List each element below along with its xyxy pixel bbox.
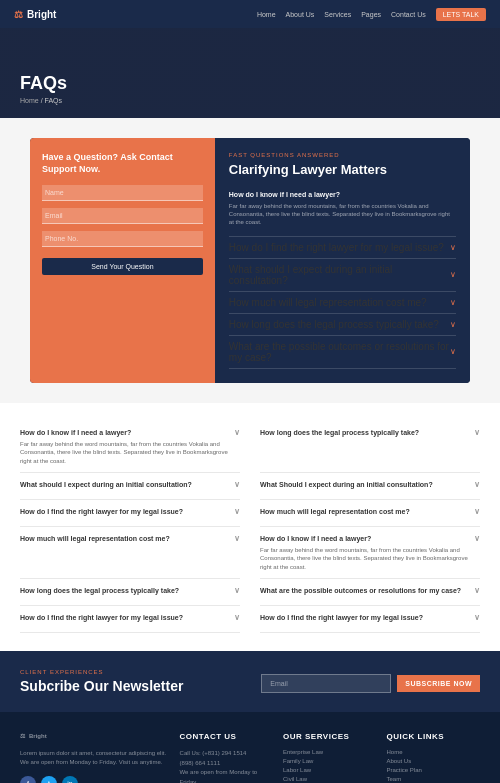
footer-brand-name: Bright <box>29 732 47 742</box>
faq-grid-item[interactable]: How long does the legal process typicall… <box>260 421 480 473</box>
footer-brand: ⚖ Bright <box>20 732 170 742</box>
footer-socials: f t in <box>20 776 170 783</box>
quick-link-2[interactable]: Practice Plan <box>387 767 480 773</box>
faq-main-item: How do I know if I need a lawyer? Far fa… <box>229 186 456 237</box>
chevron-icon: ∨ <box>234 534 240 543</box>
linkedin-icon[interactable]: in <box>62 776 78 783</box>
contact-form: Have a Question? Ask Contact Support Now… <box>30 138 215 383</box>
footer-description: Lorem ipsum dolor sit amet, consectetur … <box>20 749 170 768</box>
footer-quicklinks-col: Quick Links Home About Us Practice Plan … <box>387 732 480 783</box>
facebook-icon[interactable]: f <box>20 776 36 783</box>
faq-grid-item[interactable]: How do I find the right lawyer for my le… <box>260 606 480 633</box>
phone-input[interactable] <box>42 231 203 247</box>
chevron-icon: ∨ <box>234 586 240 595</box>
nav-pages[interactable]: Pages <box>361 11 381 18</box>
chevron-down-icon-3: ∨ <box>450 298 456 307</box>
chevron-down-icon-2: ∨ <box>450 270 456 279</box>
chevron-icon: ∨ <box>474 480 480 489</box>
breadcrumb-home[interactable]: Home <box>20 97 39 104</box>
brand-name: Bright <box>27 9 56 20</box>
nav-contact[interactable]: Contact Us <box>391 11 426 18</box>
faq-main-answer: Far far away behind the word mountains, … <box>229 202 456 227</box>
breadcrumb: Home / FAQs <box>20 97 67 104</box>
faq-grid-item[interactable]: How much will legal representation cost … <box>20 527 240 579</box>
newsletter-form: SUBSCRIBE NOW <box>261 674 480 693</box>
chevron-icon: ∨ <box>474 507 480 516</box>
faq-grid-item[interactable]: What are the possible outcomes or resolu… <box>260 579 480 606</box>
faq-grid-item[interactable]: What should I expect during an initial c… <box>20 473 240 500</box>
footer-services-col: Our Services Enterprise Law Family Law L… <box>283 732 376 783</box>
faq-grid-item[interactable]: How much will legal representation cost … <box>260 500 480 527</box>
chevron-down-icon-5: ∨ <box>450 347 456 356</box>
newsletter-section: CLIENT EXPERIENCES Subcribe Our Newslett… <box>0 651 500 712</box>
faq-accordion-q-5: What are the possible outcomes or resolu… <box>229 341 450 363</box>
footer-brand-icon: ⚖ <box>20 732 25 742</box>
faq-grid-question: How do I find the right lawyer for my le… <box>260 613 480 622</box>
newsletter-email-input[interactable] <box>261 674 391 693</box>
faq-accordion-2[interactable]: What should I expect during an initial c… <box>229 259 456 292</box>
send-question-button[interactable]: Send Your Question <box>42 258 203 275</box>
faq-accordion-1[interactable]: How do I find the right lawyer for my le… <box>229 237 456 259</box>
faq-accordion-4[interactable]: How long does the legal process typicall… <box>229 314 456 336</box>
chevron-icon: ∨ <box>234 613 240 622</box>
faq-accordion-q-1: How do I find the right lawyer for my le… <box>229 242 444 253</box>
faq-accordion-3[interactable]: How much will legal representation cost … <box>229 292 456 314</box>
faq-grid-question: What Should I expect during an initial c… <box>260 480 480 489</box>
quick-link-0[interactable]: Home <box>387 749 480 755</box>
chevron-down-icon-1: ∨ <box>450 243 456 252</box>
faq-accordion-q-4: How long does the legal process typicall… <box>229 319 439 330</box>
faq-accordion-5[interactable]: What are the possible outcomes or resolu… <box>229 336 456 369</box>
faq-form-section: Have a Question? Ask Contact Support Now… <box>0 118 500 403</box>
twitter-icon[interactable]: t <box>41 776 57 783</box>
footer-grid: ⚖ Bright Lorem ipsum dolor sit amet, con… <box>20 732 480 783</box>
footer-phone1: Call Us: (+831) 294 1514 <box>180 749 273 759</box>
nav-cta-button[interactable]: LETS TALK <box>436 8 486 21</box>
faq-grid-question: How much will legal representation cost … <box>20 534 240 543</box>
nav-home[interactable]: Home <box>257 11 276 18</box>
email-input[interactable] <box>42 208 203 224</box>
faq-grid-question: How do I know if I need a lawyer? ∨ <box>20 428 240 437</box>
quick-link-1[interactable]: About Us <box>387 758 480 764</box>
faq-grid-item[interactable]: How do I know if I need a lawyer? ∨ Far … <box>20 421 240 473</box>
service-link-3[interactable]: Civil Law <box>283 776 376 782</box>
newsletter-left: CLIENT EXPERIENCES Subcribe Our Newslett… <box>20 669 183 694</box>
service-link-1[interactable]: Family Law <box>283 758 376 764</box>
nav-about[interactable]: About Us <box>286 11 315 18</box>
name-input[interactable] <box>42 185 203 201</box>
faq-grid-question: How do I find the right lawyer for my le… <box>20 613 240 622</box>
footer-phone2: (898) 664 1111 <box>180 759 273 769</box>
faq-grid-item[interactable]: How do I know if I need a lawyer? ∨ Far … <box>260 527 480 579</box>
chevron-icon: ∨ <box>474 613 480 622</box>
faq-grid-item[interactable]: How do I find the right lawyer for my le… <box>20 606 240 633</box>
faq-grid-item[interactable]: How do I find the right lawyer for my le… <box>20 500 240 527</box>
faq-main-question: How do I know if I need a lawyer? <box>229 191 456 198</box>
faq-grid-question: How do I find the right lawyer for my le… <box>20 507 240 516</box>
nav-links: Home About Us Services Pages Contact Us … <box>257 8 486 21</box>
footer: ⚖ Bright Lorem ipsum dolor sit amet, con… <box>0 712 500 783</box>
service-link-0[interactable]: Enterprise Law <box>283 749 376 755</box>
footer-hours: We are open from Monday to Friday <box>180 768 273 783</box>
quick-link-3[interactable]: Team <box>387 776 480 782</box>
form-title: Have a Question? Ask Contact Support Now… <box>42 152 203 175</box>
footer-contact-col: Contact Us Call Us: (+831) 294 1514 (898… <box>180 732 273 783</box>
brand-logo[interactable]: ⚖ Bright <box>14 9 56 20</box>
footer-quicklinks-title: Quick Links <box>387 732 480 741</box>
brand-icon: ⚖ <box>14 9 23 20</box>
chevron-icon: ∨ <box>234 428 240 437</box>
chevron-icon: ∨ <box>474 428 480 437</box>
faq-label: FAST QUESTIONS ANSWERED <box>229 152 456 158</box>
subscribe-button[interactable]: SUBSCRIBE NOW <box>397 675 480 692</box>
faq-grid-item[interactable]: What Should I expect during an initial c… <box>260 473 480 500</box>
faq-grid-question: How long does the legal process typicall… <box>260 428 480 437</box>
nav-services[interactable]: Services <box>324 11 351 18</box>
service-link-2[interactable]: Labor Law <box>283 767 376 773</box>
faq-heading: Clarifying Lawyer Matters <box>229 162 456 178</box>
faq-grid-question: What are the possible outcomes or resolu… <box>260 586 480 595</box>
breadcrumb-current: FAQs <box>45 97 63 104</box>
faq-grid-answer: Far far away behind the word mountains, … <box>260 546 480 571</box>
footer-services-title: Our Services <box>283 732 376 741</box>
faq-form-container: Have a Question? Ask Contact Support Now… <box>30 138 470 383</box>
faq-grid-item[interactable]: How long does the legal process typicall… <box>20 579 240 606</box>
faq-accordion-q-3: How much will legal representation cost … <box>229 297 427 308</box>
chevron-icon: ∨ <box>474 586 480 595</box>
